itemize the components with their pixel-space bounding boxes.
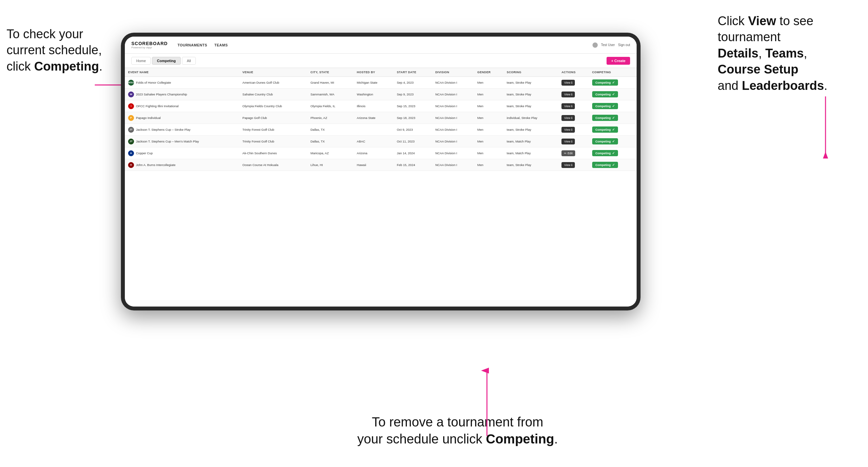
annotation-top-right: Click View to see tournament Details, Te… bbox=[718, 13, 855, 94]
division-cell: NCAA Division I bbox=[432, 159, 474, 171]
gender-cell: Men bbox=[474, 89, 504, 100]
start-date-cell: Sep 9, 2023 bbox=[394, 89, 432, 100]
nav-tournaments[interactable]: TOURNAMENTS bbox=[178, 43, 207, 47]
gender-cell: Men bbox=[474, 124, 504, 136]
brand-logo: SCOREBOARD Powered by clippi bbox=[131, 41, 168, 49]
start-date-cell: Feb 15, 2024 bbox=[394, 159, 432, 171]
table-header-row: EVENT NAME VENUE CITY, STATE HOSTED BY S… bbox=[125, 68, 637, 77]
hosted-by-cell: Michigan State bbox=[353, 77, 394, 89]
team-logo: P bbox=[128, 115, 134, 121]
nav-signout-link[interactable]: Sign out bbox=[618, 43, 630, 47]
nav-teams[interactable]: TEAMS bbox=[214, 43, 228, 47]
competing-cell: Competing ✓ bbox=[589, 100, 637, 112]
tr-line1: Click bbox=[718, 14, 748, 28]
city-cell: Grand Haven, MI bbox=[307, 77, 353, 89]
competing-cell: Competing ✓ bbox=[589, 124, 637, 136]
navigation-bar: SCOREBOARD Powered by clippi TOURNAMENTS… bbox=[125, 37, 637, 54]
annotation-line2: current schedule, bbox=[6, 43, 102, 57]
col-gender: GENDER bbox=[474, 68, 504, 77]
actions-cell: View ℹ bbox=[558, 159, 589, 171]
start-date-cell: Sep 15, 2023 bbox=[394, 100, 432, 112]
hosted-by-cell: Washington bbox=[353, 89, 394, 100]
col-division: DIVISION bbox=[432, 68, 474, 77]
competing-button[interactable]: Competing ✓ bbox=[592, 103, 618, 109]
event-name-cell: H John A. Burns Intercollegiate bbox=[125, 159, 239, 171]
competing-cell: Competing ✓ bbox=[589, 147, 637, 159]
tr-line2: to see bbox=[776, 14, 813, 28]
event-name-cell: I OFCC Fighting Illini Invitational bbox=[125, 100, 239, 112]
team-logo: W bbox=[128, 92, 134, 97]
venue-cell: Trinity Forest Golf Club bbox=[239, 136, 307, 147]
col-city-state: CITY, STATE bbox=[307, 68, 353, 77]
venue-cell: Sahalee Country Club bbox=[239, 89, 307, 100]
view-button[interactable]: View ℹ bbox=[561, 103, 575, 109]
competing-button[interactable]: Competing ✓ bbox=[592, 115, 618, 121]
competing-button[interactable]: Competing ✓ bbox=[592, 80, 618, 86]
scoring-cell: team, Stroke Play bbox=[504, 159, 559, 171]
view-button[interactable]: View ℹ bbox=[561, 162, 575, 168]
bottom-line2: your schedule unclick bbox=[357, 432, 486, 446]
view-button[interactable]: View ℹ bbox=[561, 127, 575, 133]
competing-cell: Competing ✓ bbox=[589, 136, 637, 147]
team-logo: MSU bbox=[128, 80, 134, 86]
tab-home[interactable]: Home bbox=[131, 57, 151, 65]
competing-cell: Competing ✓ bbox=[589, 112, 637, 124]
city-cell: Phoenix, AZ bbox=[307, 112, 353, 124]
city-cell: Olympia Fields, IL bbox=[307, 100, 353, 112]
create-button[interactable]: + Create bbox=[607, 57, 630, 65]
tournaments-table-container: EVENT NAME VENUE CITY, STATE HOSTED BY S… bbox=[125, 68, 637, 307]
col-hosted-by: HOSTED BY bbox=[353, 68, 394, 77]
division-cell: NCAA Division I bbox=[432, 124, 474, 136]
col-competing: COMPETING bbox=[589, 68, 637, 77]
event-name: 2023 Sahalee Players Championship bbox=[136, 92, 187, 96]
col-venue: VENUE bbox=[239, 68, 307, 77]
gender-cell: Men bbox=[474, 77, 504, 89]
gender-cell: Men bbox=[474, 147, 504, 159]
tr-bold2: Details bbox=[718, 46, 758, 60]
gender-cell: Men bbox=[474, 100, 504, 112]
tr-and: and bbox=[718, 79, 742, 92]
team-logo: H bbox=[128, 162, 134, 168]
competing-button[interactable]: Competing ✓ bbox=[592, 150, 618, 156]
competing-button[interactable]: Competing ✓ bbox=[592, 162, 618, 168]
competing-button[interactable]: Competing ✓ bbox=[592, 126, 618, 133]
start-date-cell: Oct 11, 2023 bbox=[394, 136, 432, 147]
venue-cell: American Dunes Golf Club bbox=[239, 77, 307, 89]
annotation-top-left: To check your current schedule, click Co… bbox=[6, 26, 118, 74]
view-button[interactable]: View ℹ bbox=[561, 80, 575, 86]
tablet-device: SCOREBOARD Powered by clippi TOURNAMENTS… bbox=[121, 33, 641, 310]
tr-bold4: Course Setup bbox=[718, 62, 798, 76]
tr-period: . bbox=[824, 79, 828, 92]
edit-button[interactable]: ✏ Edit bbox=[561, 150, 575, 156]
annotation-period: . bbox=[99, 60, 103, 73]
tr-line3: tournament bbox=[718, 30, 780, 44]
city-cell: Dallas, TX bbox=[307, 136, 353, 147]
table-row: A Copper Cup Ak-Chin Southern DunesMaric… bbox=[125, 147, 637, 159]
event-name-cell: JT Jackson T. Stephens Cup – Stroke Play bbox=[125, 124, 239, 136]
event-name: Folds of Honor Collegiate bbox=[136, 81, 171, 84]
tab-all[interactable]: All bbox=[182, 57, 196, 65]
hosted-by-cell: Illinois bbox=[353, 100, 394, 112]
city-cell: Maricopa, AZ bbox=[307, 147, 353, 159]
actions-cell: View ℹ bbox=[558, 124, 589, 136]
competing-button[interactable]: Competing ✓ bbox=[592, 138, 618, 145]
tr-bold3: Teams bbox=[765, 46, 804, 60]
tab-competing[interactable]: Competing bbox=[152, 57, 180, 65]
competing-button[interactable]: Competing ✓ bbox=[592, 91, 618, 97]
event-name: Papago Individual bbox=[136, 116, 161, 120]
view-button[interactable]: View ℹ bbox=[561, 138, 575, 145]
annotation-line1: To check your bbox=[6, 27, 83, 41]
team-logo: JT bbox=[128, 138, 134, 145]
view-button[interactable]: View ℹ bbox=[561, 115, 575, 121]
bottom-line1: To remove a tournament from bbox=[372, 415, 544, 429]
event-name: Jackson T. Stephens Cup – Men's Match Pl… bbox=[136, 139, 199, 143]
hosted-by-cell: ABAC bbox=[353, 136, 394, 147]
col-actions: ACTIONS bbox=[558, 68, 589, 77]
view-button[interactable]: View ℹ bbox=[561, 92, 575, 97]
scoring-cell: team, Stroke Play bbox=[504, 124, 559, 136]
event-name: Copper Cup bbox=[136, 151, 153, 155]
city-cell: Dallas, TX bbox=[307, 124, 353, 136]
venue-cell: Ocean Course At Hokuala bbox=[239, 159, 307, 171]
actions-cell: View ℹ bbox=[558, 112, 589, 124]
table-row: JT Jackson T. Stephens Cup – Men's Match… bbox=[125, 136, 637, 147]
